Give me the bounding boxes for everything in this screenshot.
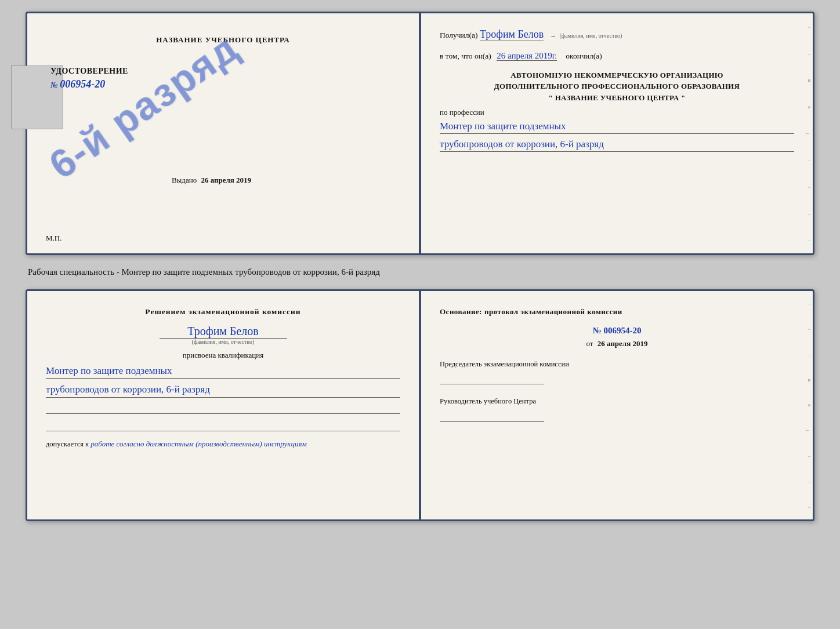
cert-number: № 006954-20 [50, 78, 128, 90]
chairman-block: Председатель экзаменационной комиссии [440, 359, 794, 385]
allowed-label: допускается к работе согласно должностны… [46, 439, 400, 449]
received-line: Получил(а) Трофим Белов – (фамилия, имя,… [440, 26, 794, 43]
completed-line: в том, что он(а) 26 апреля 2019г. окончи… [440, 49, 794, 63]
profession-value-1: Монтер по защите подземных [440, 119, 794, 134]
qualification-value-2: трубопроводов от коррозии, 6-й разряд [46, 382, 400, 398]
qualification-label: присвоена квалификация [46, 351, 400, 360]
issued-line: Выдано 26 апреля 2019 [172, 176, 251, 185]
basis-title: Основание: протокол экзаменационной коми… [440, 307, 794, 317]
specialty-text: Рабочая специальность - Монтер по защите… [26, 266, 814, 279]
mp-label: М.П. [46, 234, 61, 243]
blank-line-1 [46, 401, 400, 414]
doc1-left-panel: НАЗВАНИЕ УЧЕБНОГО ЦЕНТРА УДОСТОВЕРЕНИЕ №… [27, 13, 419, 253]
school-name-title: НАЗВАНИЕ УЧЕБНОГО ЦЕНТРА [156, 35, 290, 45]
name-caption: (фамилия, имя, отчество) [46, 339, 400, 345]
allowed-value: работе согласно должностным (производств… [90, 439, 306, 448]
certificate-document: НАЗВАНИЕ УЧЕБНОГО ЦЕНТРА УДОСТОВЕРЕНИЕ №… [26, 12, 814, 255]
doc1-right-panel: Получил(а) Трофим Белов – (фамилия, имя,… [421, 13, 813, 253]
doc2-right-panel: Основание: протокол экзаменационной коми… [421, 291, 813, 519]
org-block: АВТОНОМНУЮ НЕКОММЕРЧЕСКУЮ ОРГАНИЗАЦИЮ ДО… [440, 70, 794, 104]
person-name-block: Трофим Белов (фамилия, имя, отчество) [46, 325, 400, 345]
side-decorations-2: – – – и а ← – – – [802, 291, 810, 519]
basis-number: № 006954-20 [440, 326, 794, 336]
profession-value-2: трубопроводов от коррозии, 6-й разряд [440, 137, 794, 152]
profession-label: по профессии [440, 108, 794, 117]
director-block: Руководитель учебного Центра [440, 396, 794, 422]
chairman-sig-line [440, 372, 544, 384]
decision-title: Решением экзаменационной комиссии [46, 307, 400, 317]
person-name: Трофим Белов [160, 325, 287, 339]
basis-date: от 26 апреля 2019 [440, 339, 794, 348]
exam-decision-document: Решением экзаменационной комиссии Трофим… [26, 289, 814, 521]
side-decorations: – – и а ← – – – – [802, 13, 810, 253]
director-sig-line [440, 409, 544, 422]
cert-label: УДОСТОВЕРЕНИЕ [50, 67, 128, 76]
blank-line-2 [46, 419, 400, 431]
doc2-left-panel: Решением экзаменационной комиссии Трофим… [27, 291, 419, 519]
qualification-value-1: Монтер по защите подземных [46, 363, 400, 379]
